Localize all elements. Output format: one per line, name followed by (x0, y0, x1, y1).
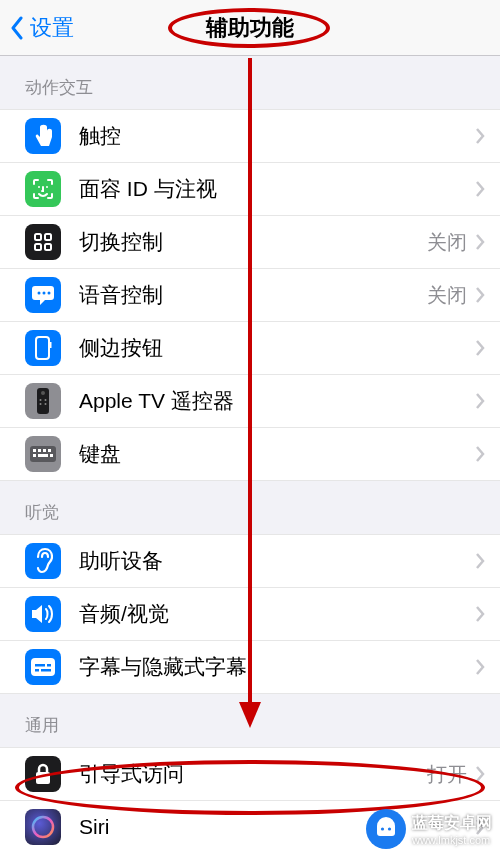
chevron-right-icon (475, 127, 485, 145)
svg-rect-2 (35, 234, 41, 240)
svg-point-8 (48, 292, 51, 295)
row-appletv-remote[interactable]: Apple TV 遥控器 (0, 375, 500, 428)
face-id-icon (25, 171, 61, 207)
siri-icon (25, 809, 61, 845)
svg-point-34 (388, 827, 391, 830)
chevron-right-icon (475, 658, 485, 676)
row-label: 面容 ID 与注视 (79, 175, 475, 203)
svg-point-0 (38, 186, 40, 188)
svg-rect-25 (35, 664, 45, 667)
row-label: 切换控制 (79, 228, 427, 256)
svg-rect-28 (41, 669, 51, 672)
chevron-right-icon (475, 445, 485, 463)
svg-rect-18 (38, 449, 41, 452)
nav-bar: 设置 辅助功能 (0, 0, 500, 56)
svg-point-30 (33, 817, 53, 837)
svg-point-1 (46, 186, 48, 188)
svg-rect-26 (47, 664, 51, 667)
chevron-right-icon (475, 339, 485, 357)
section-header-hearing: 听觉 (0, 481, 500, 534)
side-button-icon (25, 330, 61, 366)
svg-point-14 (40, 403, 42, 405)
switch-control-icon (25, 224, 61, 260)
chevron-right-icon (475, 286, 485, 304)
watermark-text: 蓝莓安卓网 (412, 813, 492, 834)
section-header-general: 通用 (0, 694, 500, 747)
back-button[interactable]: 设置 (0, 13, 74, 43)
svg-rect-27 (35, 669, 39, 672)
row-switch-control[interactable]: 切换控制 关闭 (0, 216, 500, 269)
row-label: 触控 (79, 122, 475, 150)
svg-rect-20 (48, 449, 51, 452)
row-label: 键盘 (79, 440, 475, 468)
row-touch[interactable]: 触控 (0, 109, 500, 163)
page-title: 辅助功能 (0, 13, 500, 43)
svg-rect-3 (45, 234, 51, 240)
row-value: 打开 (427, 761, 467, 788)
ear-icon (25, 543, 61, 579)
row-label: 音频/视觉 (79, 600, 475, 628)
lock-icon (25, 756, 61, 792)
chevron-right-icon (475, 765, 485, 783)
svg-rect-17 (33, 449, 36, 452)
chevron-right-icon (475, 605, 485, 623)
row-voice-control[interactable]: 语音控制 关闭 (0, 269, 500, 322)
row-label: Apple TV 遥控器 (79, 387, 475, 415)
row-label: 语音控制 (79, 281, 427, 309)
row-value: 关闭 (427, 282, 467, 309)
svg-point-7 (43, 292, 46, 295)
remote-icon (25, 383, 61, 419)
svg-rect-9 (36, 337, 49, 359)
chevron-right-icon (475, 392, 485, 410)
chevron-right-icon (475, 233, 485, 251)
watermark: 蓝莓安卓网 www.lmkjst.com (366, 809, 492, 849)
row-label: 助听设备 (79, 547, 475, 575)
back-chevron-icon (10, 16, 24, 40)
subtitles-icon (25, 649, 61, 685)
svg-point-13 (45, 399, 47, 401)
row-side-button[interactable]: 侧边按钮 (0, 322, 500, 375)
svg-rect-4 (35, 244, 41, 250)
svg-point-6 (38, 292, 41, 295)
row-label: 字幕与隐藏式字幕 (79, 653, 475, 681)
svg-rect-5 (45, 244, 51, 250)
svg-rect-19 (43, 449, 46, 452)
svg-rect-22 (38, 454, 48, 457)
svg-rect-21 (33, 454, 36, 457)
back-label: 设置 (30, 13, 74, 43)
svg-point-12 (40, 399, 42, 401)
row-label: 引导式访问 (79, 760, 427, 788)
chevron-right-icon (475, 552, 485, 570)
touch-icon (25, 118, 61, 154)
watermark-url: www.lmkjst.com (412, 834, 492, 846)
section-header-motion: 动作交互 (0, 56, 500, 109)
svg-rect-23 (50, 454, 53, 457)
row-keyboard[interactable]: 键盘 (0, 428, 500, 481)
row-faceid[interactable]: 面容 ID 与注视 (0, 163, 500, 216)
svg-rect-24 (31, 658, 55, 676)
keyboard-icon (25, 436, 61, 472)
voice-control-icon (25, 277, 61, 313)
row-audio-visual[interactable]: 音频/视觉 (0, 588, 500, 641)
row-guided-access[interactable]: 引导式访问 打开 (0, 747, 500, 801)
svg-point-15 (45, 403, 47, 405)
watermark-robot-icon (366, 809, 406, 849)
row-value: 关闭 (427, 229, 467, 256)
svg-point-11 (41, 391, 45, 395)
speaker-icon (25, 596, 61, 632)
chevron-right-icon (475, 180, 485, 198)
svg-point-33 (381, 827, 384, 830)
row-hearing-devices[interactable]: 助听设备 (0, 534, 500, 588)
row-subtitles[interactable]: 字幕与隐藏式字幕 (0, 641, 500, 694)
row-label: 侧边按钮 (79, 334, 475, 362)
svg-rect-29 (36, 772, 50, 784)
